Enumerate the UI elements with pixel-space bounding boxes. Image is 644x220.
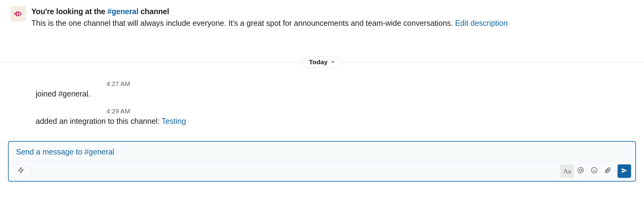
- message-timestamp[interactable]: 4:27 AM: [36, 80, 644, 88]
- intro-title-suffix: channel: [138, 7, 169, 16]
- composer-left-actions: [14, 164, 34, 178]
- intro-title-prefix: You're looking at the: [31, 7, 107, 16]
- send-button[interactable]: [618, 164, 631, 178]
- edit-description-link[interactable]: Edit description: [455, 19, 508, 27]
- mention-button[interactable]: [574, 164, 587, 178]
- composer-input-row: [9, 142, 635, 161]
- message-input[interactable]: [15, 147, 629, 157]
- message-body: added an integration to this channel: Te…: [36, 117, 644, 126]
- channel-view: You're looking at the #general channel T…: [0, 0, 644, 220]
- message-composer: Aa: [8, 141, 636, 182]
- svg-point-2: [591, 167, 597, 173]
- emoji-icon: [591, 167, 598, 175]
- composer-toolbar: Aa: [9, 161, 635, 181]
- at-icon: [577, 167, 584, 175]
- separator: [31, 167, 31, 176]
- channel-intro-text: You're looking at the #general channel T…: [31, 6, 508, 29]
- integration-link[interactable]: Testing: [162, 117, 186, 125]
- system-message: 4:27 AM joined #general.: [36, 80, 644, 98]
- date-divider: Today: [0, 56, 644, 68]
- megaphone-icon: [10, 6, 26, 22]
- channel-intro-title: You're looking at the #general channel: [31, 7, 508, 16]
- svg-point-1: [579, 169, 582, 171]
- chevron-down-icon: [331, 60, 335, 64]
- lightning-icon: [18, 167, 24, 175]
- paperclip-icon: [604, 167, 611, 175]
- formatting-button[interactable]: Aa: [560, 164, 574, 178]
- shortcuts-button[interactable]: [14, 164, 28, 178]
- channel-intro-description: This is the one channel that will always…: [31, 18, 508, 29]
- intro-description-text: This is the one channel that will always…: [31, 19, 455, 27]
- message-list: 4:27 AM joined #general. 4:29 AM added a…: [0, 68, 644, 141]
- date-label: Today: [309, 58, 328, 66]
- system-message: 4:29 AM added an integration to this cha…: [36, 108, 644, 126]
- svg-marker-0: [18, 167, 24, 173]
- message-timestamp[interactable]: 4:29 AM: [36, 108, 644, 115]
- send-icon: [621, 167, 627, 175]
- message-body-text: added an integration to this channel:: [36, 117, 162, 125]
- date-jump-button[interactable]: Today: [303, 56, 341, 68]
- attach-button[interactable]: [601, 164, 614, 178]
- channel-intro: You're looking at the #general channel T…: [0, 0, 644, 29]
- emoji-button[interactable]: [587, 164, 601, 178]
- message-body: joined #general.: [36, 89, 644, 98]
- composer-right-actions: Aa: [560, 164, 631, 178]
- intro-channel-link[interactable]: #general: [107, 7, 138, 16]
- formatting-icon: Aa: [563, 167, 571, 175]
